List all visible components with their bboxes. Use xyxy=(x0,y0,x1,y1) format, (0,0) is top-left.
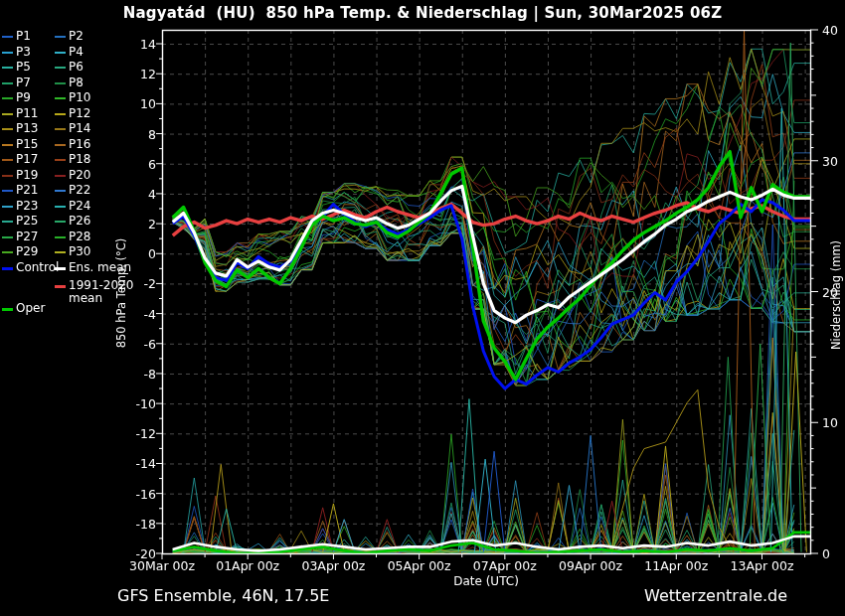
y-left-tick-label: 2 xyxy=(148,217,156,231)
legend-line-swatch xyxy=(55,236,66,238)
legend-label: P26 xyxy=(69,215,136,228)
legend-line-swatch xyxy=(2,236,13,238)
footer-model-info: GFS Ensemble, 46N, 17.5E xyxy=(117,586,329,605)
legend-line-swatch xyxy=(2,251,13,253)
x-tick-label: 07Apr 00z xyxy=(473,558,537,573)
y-left-tick-label: -2 xyxy=(144,276,156,291)
y-right-tick-label: 10 xyxy=(822,415,838,430)
legend-label: P20 xyxy=(69,169,136,182)
x-tick-label: 13Apr 00z xyxy=(731,558,794,573)
legend-line-swatch xyxy=(2,52,13,54)
legend-label: P6 xyxy=(69,61,136,74)
legend-line-swatch xyxy=(55,206,66,208)
legend-label: P12 xyxy=(69,107,136,120)
y-left-tick-label: -4 xyxy=(144,306,156,321)
legend-line-swatch xyxy=(55,113,66,115)
x-tick-label: 01Apr 00z xyxy=(216,558,279,573)
legend-line-swatch xyxy=(55,67,66,69)
legend-line-swatch xyxy=(55,285,66,288)
legend-label: P4 xyxy=(69,46,136,59)
x-tick-label: 30Mar 00z xyxy=(129,558,195,573)
y-left-tick-label: -12 xyxy=(136,426,156,441)
y-left-tick-label: 8 xyxy=(148,126,156,141)
legend-label: P2 xyxy=(69,30,136,43)
legend-line-swatch xyxy=(55,36,66,38)
legend-line-swatch xyxy=(2,221,13,223)
legend-label: P18 xyxy=(69,153,136,166)
legend-line-swatch xyxy=(55,82,66,84)
y-axis-title-right: Niederschlag (mm) xyxy=(829,240,843,350)
y-left-tick-label: -16 xyxy=(136,486,156,501)
legend-line-swatch xyxy=(2,144,13,146)
legend-line-swatch xyxy=(2,82,13,84)
legend-line-swatch xyxy=(55,175,66,177)
y-left-tick-label: 10 xyxy=(140,96,156,111)
x-axis-title: Date (UTC) xyxy=(453,574,519,588)
legend-line-swatch xyxy=(2,128,13,130)
x-tick-label: 11Apr 00z xyxy=(644,558,708,573)
chart-title: Nagyatád (HU) 850 hPa Temp. & Niederschl… xyxy=(0,4,845,22)
legend-line-swatch xyxy=(2,206,13,208)
y-left-tick-label: -8 xyxy=(144,366,156,381)
y-left-tick-label: 4 xyxy=(148,186,156,201)
legend-line-swatch xyxy=(2,175,13,177)
x-tick-label: 05Apr 00z xyxy=(388,558,451,573)
x-tick-label: 09Apr 00z xyxy=(559,558,622,573)
legend-line-swatch xyxy=(2,67,13,69)
y-left-tick-label: 0 xyxy=(148,246,156,261)
y-left-tick-label: 14 xyxy=(140,37,156,52)
legend-line-swatch xyxy=(2,308,13,311)
legend-label: Oper xyxy=(16,302,84,315)
legend-line-swatch xyxy=(2,36,13,38)
legend-line-swatch xyxy=(2,97,13,99)
legend-line-swatch xyxy=(55,190,66,192)
legend-line-swatch xyxy=(55,97,66,99)
x-tick-label: 03Apr 00z xyxy=(301,558,365,573)
legend-label: P14 xyxy=(69,122,136,135)
legend-line-swatch xyxy=(55,159,66,161)
legend-label: P22 xyxy=(69,184,136,197)
legend-label: P16 xyxy=(69,138,136,151)
y-axis-title-left: 850 hPa Temp. (°C) xyxy=(114,238,128,349)
legend-line-swatch xyxy=(55,221,66,223)
meteogram-page: Nagyatád (HU) 850 hPa Temp. & Niederschl… xyxy=(0,0,845,616)
legend-label: P24 xyxy=(69,200,136,213)
y-right-tick-label: 40 xyxy=(822,23,838,38)
legend-label: P8 xyxy=(69,77,136,89)
y-right-tick-label: 0 xyxy=(822,546,830,561)
legend-line-swatch xyxy=(55,251,66,253)
legend-line-swatch xyxy=(55,144,66,146)
legend-line-swatch xyxy=(55,52,66,54)
legend-line-swatch xyxy=(2,113,13,115)
footer-brand: Wetterzentrale.de xyxy=(644,586,787,605)
y-left-tick-label: 12 xyxy=(140,67,156,81)
legend-line-swatch xyxy=(55,267,66,270)
legend-line-swatch xyxy=(2,190,13,192)
legend-label: P10 xyxy=(69,91,136,104)
y-right-tick-label: 30 xyxy=(822,153,838,168)
y-left-tick-label: 6 xyxy=(148,156,156,171)
y-left-tick-label: -10 xyxy=(136,396,156,411)
y-left-tick-label: -14 xyxy=(136,456,156,471)
y-left-tick-label: -18 xyxy=(136,516,156,531)
legend-line-swatch xyxy=(2,159,13,161)
legend-line-swatch xyxy=(2,267,13,270)
legend-line-swatch xyxy=(55,128,66,130)
y-left-tick-label: -6 xyxy=(144,336,156,351)
